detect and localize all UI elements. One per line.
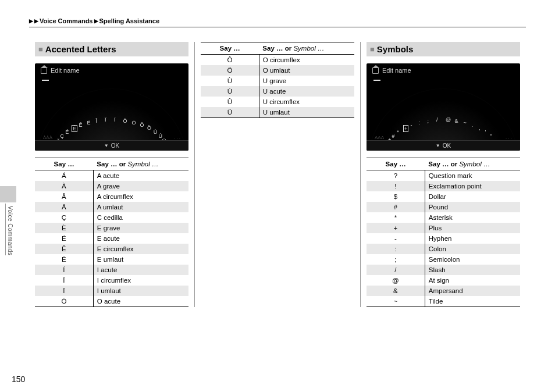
table-accented-continued: Say … Say … or Symbol … ÔO circumflexÖO … (201, 42, 354, 118)
cell-description: Hyphen (425, 233, 520, 244)
table-row: ÄA umlaut (35, 202, 188, 212)
arc-char: & (455, 118, 458, 124)
device-title: Edit name (382, 67, 411, 74)
cell-symbol: ~ (367, 296, 425, 307)
cell-symbol: Ê (35, 244, 93, 254)
cell-symbol: ? (367, 170, 425, 181)
heading-text: Symbols (377, 44, 414, 54)
table-row: @At sign (367, 275, 520, 286)
breadcrumb-level1: Voice Commands (40, 17, 93, 24)
cell-symbol: Ï (35, 286, 93, 296)
cell-description: C cedilla (93, 212, 188, 223)
table-row: ÊE circumflex (35, 244, 188, 254)
cursor-icon (42, 80, 49, 81)
arc-char: ' (485, 129, 486, 135)
cursor-icon (373, 80, 380, 81)
arc-char: Ö (147, 125, 151, 131)
arc-char: È (72, 125, 77, 132)
heading-accented-letters: ■ Accented Letters (35, 42, 188, 56)
table-row: ÛU circumflex (201, 97, 354, 107)
cell-symbol: Í (35, 265, 93, 275)
cell-symbol: Ö (201, 65, 259, 76)
breadcrumb: ▶ ▶ Voice Commands ▶ Spelling Assistance (29, 17, 526, 27)
cell-description: O umlaut (259, 65, 354, 76)
cell-symbol: + (367, 223, 425, 233)
table-accented-letters: Say … Say … or Symbol … ÁA acuteÀA grave… (35, 158, 188, 307)
ok-bar: ▼ OK (367, 140, 520, 151)
table-row: &Ampersand (367, 286, 520, 296)
cell-symbol: / (367, 265, 425, 275)
table-row: ÔO circumflex (201, 55, 354, 66)
arc-char: Ò (123, 118, 127, 124)
square-bullet-icon: ■ (38, 45, 43, 54)
table-row: ?Question mark (367, 170, 520, 181)
table-row: /Slash (367, 265, 520, 275)
cell-description: Exclamation point (425, 181, 520, 191)
device-bottom-right: . . . (506, 135, 512, 140)
cell-description: I acute (93, 265, 188, 275)
cell-symbol: Ù (201, 76, 259, 86)
side-tab-marker (0, 186, 16, 202)
th-say-or: Say … or Symbol … (425, 158, 520, 170)
home-icon (372, 67, 379, 74)
th-say: Say … (367, 158, 425, 170)
device-bottom-left: AAA (375, 135, 384, 140)
cell-description: Semicolon (425, 254, 520, 265)
arc-char: , (479, 125, 481, 131)
cell-description: E acute (93, 233, 188, 244)
arc-char: . (472, 122, 474, 128)
cell-symbol: Ô (201, 55, 259, 66)
table-row: ËE umlaut (35, 254, 188, 265)
table-row: ÍI acute (35, 265, 188, 275)
device-title: Edit name (51, 67, 80, 74)
page-number: 150 (12, 375, 25, 384)
column-accented-letters: ■ Accented Letters Edit name ÀÂÄÇÉÈÊËÎÏÍ… (29, 42, 195, 307)
triangle-down-icon: ▼ (436, 143, 440, 148)
triangle-down-icon: ▼ (104, 143, 109, 148)
table-row: ÎI circumflex (35, 275, 188, 286)
square-bullet-icon: ■ (370, 45, 375, 54)
table-row: -Hyphen (367, 233, 520, 244)
table-row: $Dollar (367, 191, 520, 202)
cell-symbol: - (367, 233, 425, 244)
cell-description: Pound (425, 202, 520, 212)
side-tab-label: Voice Commands (5, 204, 13, 255)
triangle-icon: ▶ (34, 18, 38, 24)
table-row: ÖO umlaut (201, 65, 354, 76)
ok-label: OK (443, 142, 451, 149)
table-row: ÜU umlaut (201, 107, 354, 118)
arc-char: Î (95, 118, 97, 124)
arc-char: : (418, 120, 420, 126)
home-icon (41, 67, 47, 74)
heading-text: Accented Letters (45, 44, 116, 54)
arc-char: Ê (79, 122, 82, 128)
cell-symbol: Î (35, 275, 93, 286)
device-screenshot-accented: Edit name ÀÂÄÇÉÈÊËÎÏÍÒÓÔÖÙÚÛÜ? ÀÀÀ . . .… (35, 63, 188, 151)
th-say: Say … (35, 158, 93, 170)
cell-symbol: É (35, 233, 93, 244)
cell-symbol: Ó (35, 296, 93, 307)
cell-description: A grave (93, 181, 188, 191)
cell-description: A circumflex (93, 191, 188, 202)
table-row: ÂA circumflex (35, 191, 188, 202)
column-symbols: ■ Symbols Edit name !?$#*+-:;/@&~.,'"...… (361, 42, 526, 307)
cell-symbol: Ü (201, 107, 259, 118)
table-row: +Plus (367, 223, 520, 233)
triangle-icon: ▶ (29, 18, 33, 24)
table-row: ÈE grave (35, 223, 188, 233)
cell-symbol: Â (35, 191, 93, 202)
cell-symbol: ; (367, 254, 425, 265)
th-say-or: Say … or Symbol … (93, 158, 188, 170)
cell-description: U acute (259, 86, 354, 97)
arc-char: - (410, 122, 412, 128)
cell-symbol: @ (367, 275, 425, 286)
arc-char: Ó (132, 120, 136, 126)
cell-symbol: À (35, 181, 93, 191)
table-row: #Pound (367, 202, 520, 212)
table-symbols: Say … Say … or Symbol … ?Question mark!E… (367, 158, 520, 307)
cell-description: Slash (425, 265, 520, 275)
cell-description: I circumflex (93, 275, 188, 286)
cell-description: Question mark (425, 170, 520, 181)
cell-description: At sign (425, 275, 520, 286)
heading-symbols: ■ Symbols (367, 42, 520, 56)
